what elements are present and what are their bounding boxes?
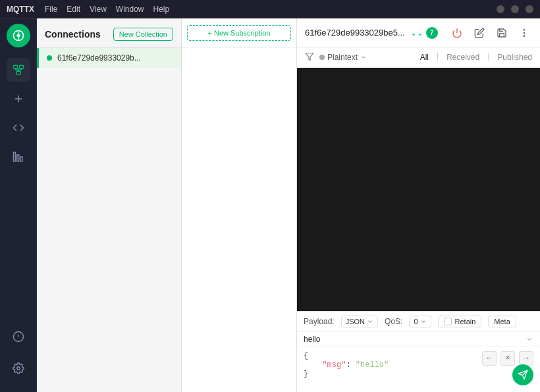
main-topbar: 61f6e729de9933029be5... ⌄⌄ 7 [297, 18, 540, 47]
qos-select[interactable]: 0 [409, 316, 431, 327]
publish-area: Payload: JSON QoS: 0 Retain [297, 311, 540, 392]
subscriptions-panel: + New Subscription [182, 18, 297, 392]
publish-bottom: { "msg": "hello" } ← × → [297, 332, 540, 392]
topic-input[interactable] [304, 335, 526, 344]
send-button[interactable] [512, 364, 533, 385]
window-controls[interactable]: — □ ✕ [497, 5, 533, 13]
filter-divider-1: | [437, 51, 439, 63]
app-body: Connections New Collection 61f6e729de993… [0, 18, 540, 392]
connection-name: 61f6e729de9933029b... [57, 53, 141, 63]
topbar-actions [449, 25, 532, 41]
svg-rect-3 [13, 65, 17, 69]
topic-chevron-icon[interactable] [526, 335, 533, 343]
editor-actions: ← × → [482, 351, 533, 366]
message-area: Plaintext All | Received | Published [297, 47, 540, 311]
power-button[interactable] [449, 25, 465, 41]
filter-icon[interactable] [305, 52, 314, 63]
menu-bar[interactable]: File Edit View Window Help [45, 5, 169, 14]
publish-toolbar: Payload: JSON QoS: 0 Retain [297, 312, 540, 332]
minimize-button[interactable]: — [497, 5, 504, 13]
format-label: Plaintext [327, 53, 358, 62]
payload-chevron-icon [367, 318, 373, 325]
svg-rect-13 [16, 155, 18, 161]
editor-clear-btn[interactable]: × [500, 351, 515, 366]
menu-edit[interactable]: Edit [67, 5, 80, 14]
sidebar-item-add[interactable] [7, 87, 30, 111]
connections-header: Connections New Collection [37, 18, 181, 48]
retain-checkbox[interactable] [444, 318, 452, 325]
json-editor[interactable]: { "msg": "hello" } ← × → [297, 347, 540, 387]
menu-file[interactable]: File [45, 5, 57, 14]
main-content: 61f6e729de9933029be5... ⌄⌄ 7 [297, 18, 540, 392]
filter-tab-published[interactable]: Published [497, 51, 532, 63]
more-button[interactable] [516, 25, 532, 41]
menu-help[interactable]: Help [153, 5, 170, 14]
filter-bar: Plaintext All | Received | Published [297, 47, 540, 68]
payload-label: Payload: [304, 317, 335, 326]
edit-button[interactable] [472, 25, 487, 41]
svg-marker-23 [306, 53, 313, 60]
save-button[interactable] [494, 25, 510, 41]
new-subscription-button[interactable]: + New Subscription [187, 25, 291, 41]
message-list[interactable] [297, 68, 540, 311]
subscriptions-header: + New Subscription [182, 18, 296, 48]
qos-label: QoS: [385, 317, 402, 326]
json-open-brace: { [304, 351, 308, 360]
qos-chevron-icon [420, 318, 427, 325]
menu-window[interactable]: Window [116, 5, 144, 14]
connections-title: Connections [45, 29, 101, 40]
titlebar: MQTTX File Edit View Window Help — □ ✕ [0, 0, 540, 18]
retain-button[interactable]: Retain [438, 316, 482, 327]
sidebar-bottom [7, 325, 30, 385]
plaintext-selector[interactable]: Plaintext [319, 53, 367, 62]
svg-point-22 [524, 36, 524, 36]
editor-back-btn[interactable]: ← [482, 351, 497, 366]
svg-rect-4 [19, 65, 23, 69]
sidebar-item-script[interactable] [7, 116, 30, 140]
badge-count: 7 [426, 27, 438, 39]
svg-point-20 [524, 29, 524, 30]
qos-value: 0 [414, 318, 418, 325]
logo [7, 24, 30, 47]
connection-item[interactable]: 61f6e729de9933029b... [37, 48, 181, 68]
format-chevron-icon [360, 54, 367, 61]
retain-label: Retain [455, 318, 476, 325]
filter-tab-received[interactable]: Received [446, 51, 479, 63]
topic-row [297, 332, 540, 347]
close-button[interactable]: ✕ [526, 5, 533, 13]
app-title: MQTTX [7, 5, 34, 14]
filter-tab-all[interactable]: All [420, 51, 429, 63]
chevron-down-icon[interactable]: ⌄⌄ [410, 28, 423, 38]
svg-rect-5 [16, 71, 20, 74]
filter-divider-2: | [487, 51, 489, 63]
payload-format-select[interactable]: JSON [341, 316, 378, 327]
menu-view[interactable]: View [90, 5, 107, 14]
format-dot [319, 55, 325, 60]
svg-rect-14 [20, 157, 22, 161]
sidebar-item-benchmark[interactable] [7, 145, 30, 169]
connection-status-dot [47, 55, 52, 61]
filter-tabs: All | Received | Published [420, 51, 532, 63]
sidebar-item-about[interactable] [7, 325, 30, 349]
sidebar-item-connections[interactable] [7, 58, 30, 82]
json-close-brace: } [304, 370, 308, 379]
editor-forward-btn[interactable]: → [519, 351, 533, 366]
payload-format-value: JSON [346, 318, 365, 325]
json-key-msg: "msg": "hello" [304, 360, 389, 370]
connection-id-label: 61f6e729de9933029be5... [305, 28, 405, 38]
sidebar-item-settings[interactable] [7, 356, 30, 380]
svg-rect-12 [13, 152, 15, 161]
svg-point-18 [16, 367, 20, 370]
sidebar [0, 18, 37, 392]
maximize-button[interactable]: □ [511, 5, 519, 13]
connections-panel: Connections New Collection 61f6e729de993… [37, 18, 182, 392]
svg-point-21 [524, 32, 524, 33]
meta-button[interactable]: Meta [488, 316, 516, 327]
new-collection-button[interactable]: New Collection [113, 28, 173, 41]
